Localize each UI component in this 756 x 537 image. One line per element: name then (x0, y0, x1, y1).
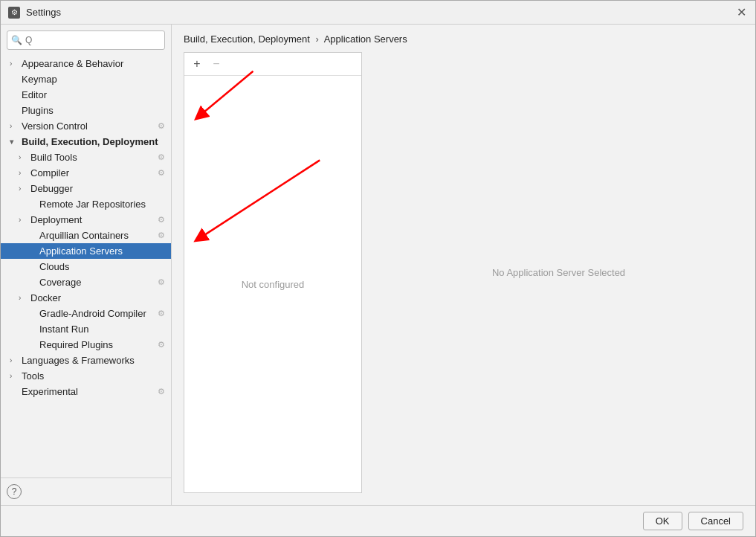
sidebar-item-clouds[interactable]: Clouds (1, 259, 171, 274)
sidebar-item-app-servers[interactable]: Application Servers (1, 243, 171, 259)
main-panel: Build, Execution, Deployment › Applicati… (172, 25, 755, 505)
chevron-icon: › (10, 122, 19, 130)
sidebar-item-label: Plugins (22, 105, 54, 116)
sidebar-item-debugger[interactable]: › Debugger (1, 181, 171, 196)
settings-window: ⚙ Settings ✕ 🔍 › Appearance & Behavior (0, 0, 756, 537)
chevron-icon: › (19, 294, 28, 302)
sidebar-item-tools[interactable]: › Tools (1, 368, 171, 384)
sidebar-item-instant-run[interactable]: Instant Run (1, 321, 171, 337)
nav-list: › Appearance & Behavior Keymap Editor Pl… (1, 54, 171, 477)
search-input[interactable] (7, 30, 165, 50)
detail-empty-text: No Application Server Selected (492, 267, 625, 278)
sidebar-item-label: Required Plugins (39, 339, 113, 350)
ok-button[interactable]: OK (643, 512, 682, 530)
breadcrumb-parent: Build, Execution, Deployment (184, 33, 310, 45)
chevron-icon: › (19, 153, 28, 161)
sidebar-item-remote-jar[interactable]: Remote Jar Repositories (1, 196, 171, 212)
sidebar: 🔍 › Appearance & Behavior Keymap (1, 25, 172, 505)
sidebar-item-label: Clouds (39, 261, 69, 272)
close-button[interactable]: ✕ (734, 6, 748, 19)
sidebar-item-deployment[interactable]: › Deployment ⚙ (1, 212, 171, 228)
title-bar: ⚙ Settings ✕ (1, 1, 755, 25)
server-list-empty-text: Not configured (242, 279, 305, 290)
sidebar-item-label: Tools (22, 370, 44, 382)
breadcrumb: Build, Execution, Deployment › Applicati… (172, 25, 755, 52)
cancel-button[interactable]: Cancel (688, 512, 743, 530)
sidebar-item-experimental[interactable]: Experimental ⚙ (1, 384, 171, 399)
sidebar-item-build-tools[interactable]: › Build Tools ⚙ (1, 149, 171, 165)
sidebar-item-coverage[interactable]: Coverage ⚙ (1, 274, 171, 290)
gear-icon: ⚙ (158, 121, 165, 131)
breadcrumb-current: Application Servers (324, 33, 407, 45)
server-list-panel: + − Not configured (184, 52, 362, 493)
search-wrapper: 🔍 (7, 30, 165, 50)
sidebar-item-label: Languages & Frameworks (22, 355, 135, 366)
sidebar-item-languages[interactable]: › Languages & Frameworks (1, 353, 171, 368)
remove-server-button[interactable]: − (208, 56, 224, 72)
breadcrumb-separator: › (315, 33, 318, 45)
sidebar-item-label: Docker (30, 292, 61, 303)
help-button[interactable]: ? (7, 484, 22, 499)
sidebar-item-plugins[interactable]: Plugins (1, 103, 171, 118)
sidebar-item-label: Compiler (30, 167, 69, 179)
sidebar-item-label: Appearance & Behavior (22, 58, 123, 69)
sidebar-item-arquillian[interactable]: Arquillian Containers ⚙ (1, 228, 171, 243)
gear-icon: ⚙ (158, 340, 165, 350)
sidebar-item-label: Coverage (39, 277, 81, 288)
app-icon: ⚙ (8, 7, 20, 19)
toolbar: + − (184, 53, 361, 76)
search-box: 🔍 (1, 25, 171, 54)
footer: OK Cancel (1, 505, 755, 536)
sidebar-item-label: Remote Jar Repositories (39, 199, 146, 210)
chevron-icon: ▾ (10, 138, 19, 146)
sidebar-item-appearance[interactable]: › Appearance & Behavior (1, 56, 171, 71)
gear-icon: ⚙ (158, 387, 165, 396)
detail-panel: No Application Server Selected (374, 52, 743, 493)
sidebar-item-editor[interactable]: Editor (1, 87, 171, 103)
sidebar-item-label: Keymap (22, 74, 57, 85)
chevron-icon: › (10, 60, 19, 68)
sidebar-item-compiler[interactable]: › Compiler ⚙ (1, 165, 171, 181)
gear-icon: ⚙ (158, 152, 165, 162)
sidebar-item-label: Arquillian Containers (39, 230, 129, 241)
sidebar-bottom: ? (1, 477, 171, 505)
gear-icon: ⚙ (158, 309, 165, 318)
sidebar-item-keymap[interactable]: Keymap (1, 71, 171, 87)
sidebar-item-label: Instant Run (39, 324, 89, 335)
sidebar-item-build-exec[interactable]: ▾ Build, Execution, Deployment (1, 134, 171, 149)
gear-icon: ⚙ (158, 231, 165, 240)
gear-icon: ⚙ (158, 168, 165, 178)
sidebar-item-version-control[interactable]: › Version Control ⚙ (1, 118, 171, 134)
sidebar-item-label: Deployment (30, 214, 82, 225)
chevron-icon: › (10, 356, 19, 364)
sidebar-item-label: Version Control (22, 120, 88, 132)
sidebar-item-label: Editor (22, 89, 47, 100)
server-list-empty: Not configured (184, 76, 361, 492)
main-content-area: 🔍 › Appearance & Behavior Keymap (1, 25, 755, 505)
sidebar-item-gradle-android[interactable]: Gradle-Android Compiler ⚙ (1, 306, 171, 321)
sidebar-item-label: Debugger (30, 183, 73, 194)
sidebar-item-required-plugins[interactable]: Required Plugins ⚙ (1, 337, 171, 353)
sidebar-item-label: Gradle-Android Compiler (39, 308, 146, 319)
chevron-icon: › (19, 169, 28, 177)
gear-icon: ⚙ (158, 277, 165, 287)
sidebar-item-label: Build Tools (30, 152, 77, 163)
title-bar-left: ⚙ Settings (8, 7, 61, 19)
add-server-button[interactable]: + (189, 56, 205, 72)
gear-icon: ⚙ (158, 215, 165, 225)
chevron-icon: › (19, 184, 28, 193)
search-icon: 🔍 (11, 35, 22, 45)
sidebar-item-docker[interactable]: › Docker (1, 290, 171, 306)
main-body: + − Not configured No Application Server… (172, 52, 755, 505)
sidebar-item-label: Application Servers (39, 245, 123, 257)
sidebar-item-label: Build, Execution, Deployment (22, 136, 158, 147)
chevron-icon: › (19, 216, 28, 224)
sidebar-item-label: Experimental (22, 386, 78, 397)
chevron-icon: › (10, 372, 19, 380)
window-title: Settings (26, 7, 61, 18)
